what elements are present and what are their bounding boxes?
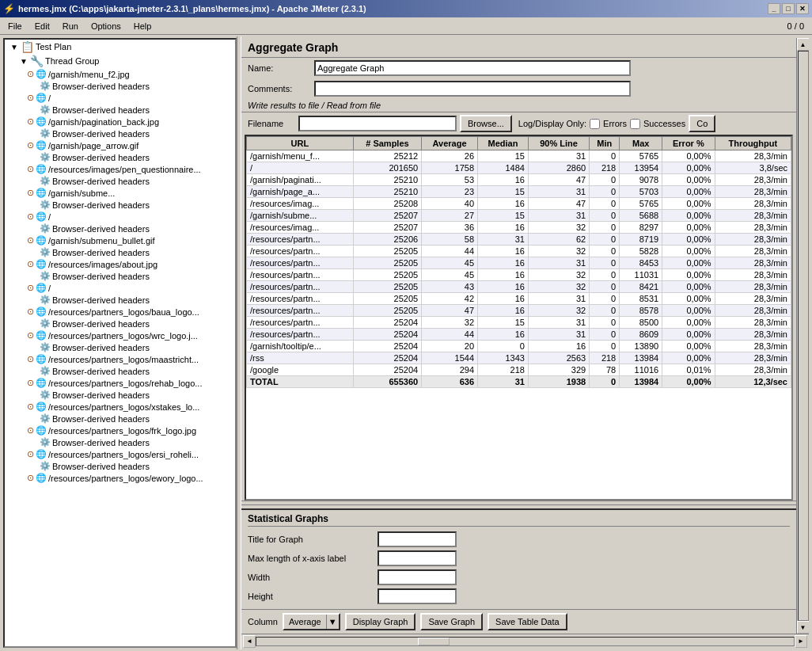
tree-item[interactable]: ⚙️ Browser-derived headers <box>5 294 235 306</box>
tree-item[interactable]: ⊙ 🌐 /garnish/menu_f2.jpg <box>5 68 235 80</box>
tree-item[interactable]: ⊙ 🌐 /resources/partners_logos/ewory_logo… <box>5 472 235 484</box>
tree-item[interactable]: ⚙️ Browser-derived headers <box>5 436 235 448</box>
tree-item[interactable]: ⊙ 🌐 / <box>5 211 235 223</box>
menu-options[interactable]: Options <box>85 20 127 32</box>
tree-item[interactable]: ⚙️ Browser-derived headers <box>5 175 235 187</box>
panel-title: Aggregate Graph <box>248 41 338 54</box>
max-length-input[interactable] <box>378 550 457 566</box>
maximize-button[interactable]: □ <box>782 3 795 14</box>
tree-item[interactable]: ⚙️ Browser-derived headers <box>5 223 235 234</box>
tree-item[interactable]: ⊙ 🌐 /resources/images/pen_questionnaire.… <box>5 163 235 175</box>
tree-item[interactable]: ⚙️ Browser-derived headers <box>5 460 235 472</box>
column-dropdown[interactable]: Average ▼ <box>283 613 340 630</box>
table-cell: 25205 <box>353 293 421 305</box>
table-cell: 1343 <box>478 352 529 364</box>
tree-item[interactable]: ⚙️ Browser-derived headers <box>5 80 235 92</box>
window-title: hermes.jmx (C:\apps\jakarta-jmeter-2.3.1… <box>18 4 366 13</box>
h-scroll-thumb[interactable] <box>418 638 450 645</box>
name-input[interactable] <box>314 60 631 76</box>
scroll-down-button[interactable]: ▼ <box>797 621 810 634</box>
tree-item[interactable]: ⊙ 🌐 /resources/partners_logos/maastricht… <box>5 353 235 365</box>
tree-container[interactable]: ▼ 📋 Test Plan ▼ 🔧 Thread Group ⊙ 🌐 /garn… <box>5 40 235 646</box>
table-cell: 31 <box>478 376 529 388</box>
table-cell: /google <box>247 364 354 376</box>
menu-edit[interactable]: Edit <box>28 20 56 32</box>
tree-item[interactable]: ⚙️ Browser-derived headers <box>5 341 235 353</box>
tree-item-test-plan[interactable]: ▼ 📋 Test Plan <box>5 40 235 54</box>
table-cell: 32 <box>528 246 589 257</box>
data-table-container[interactable]: URL # Samples Average Median 90% Line Mi… <box>245 135 793 501</box>
tree-item[interactable]: ⊙ 🌐 / <box>5 92 235 104</box>
table-cell: 5828 <box>620 246 662 257</box>
browse-button[interactable]: Browse... <box>460 115 512 132</box>
menu-file[interactable]: File <box>2 20 28 32</box>
scroll-left-button[interactable]: ◄ <box>243 635 256 648</box>
close-button[interactable]: ✕ <box>796 3 809 14</box>
table-cell: /garnish/menu_f... <box>247 150 354 162</box>
scroll-right-button[interactable]: ► <box>795 635 807 648</box>
config-button[interactable]: Co <box>689 115 715 132</box>
menu-run[interactable]: Run <box>56 20 85 32</box>
tree-item[interactable]: ⊙ 🌐 / <box>5 282 235 294</box>
table-cell: 0,00% <box>662 281 715 293</box>
table-cell: 0,00% <box>662 186 715 198</box>
tree-item[interactable]: ⚙️ Browser-derived headers <box>5 151 235 163</box>
table-cell: 28,3/min <box>715 293 791 305</box>
tree-item[interactable]: ⚙️ Browser-derived headers <box>5 365 235 377</box>
table-cell: 9078 <box>620 174 662 186</box>
display-graph-button[interactable]: Display Graph <box>345 613 416 630</box>
errors-checkbox[interactable] <box>590 119 600 129</box>
table-cell: 16 <box>528 341 589 352</box>
tree-label: / <box>48 93 51 103</box>
tree-item[interactable]: ⊙ 🌐 /garnish/submenu_bullet.gif <box>5 234 235 246</box>
tree-label: Thread Group <box>45 56 99 66</box>
tree-item[interactable]: ⊙ 🌐 /resources/partners_logos/wrc_logo.j… <box>5 329 235 341</box>
save-table-data-button[interactable]: Save Table Data <box>488 613 567 630</box>
filename-input[interactable] <box>298 116 457 131</box>
table-cell: 42 <box>422 293 478 305</box>
tree-item[interactable]: ⚙️ Browser-derived headers <box>5 128 235 139</box>
scroll-track[interactable] <box>798 51 809 621</box>
tree-item[interactable]: ⊙ 🌐 /garnish/page_arrow.gif <box>5 139 235 151</box>
tree-item[interactable]: ⚙️ Browser-derived headers <box>5 104 235 116</box>
table-cell: 0,00% <box>662 317 715 329</box>
table-cell: 28,3/min <box>715 352 791 364</box>
content-area: Aggregate Graph Name: Comments: Writ <box>241 38 796 634</box>
tree-item[interactable]: ⚙️ Browser-derived headers <box>5 270 235 282</box>
width-input[interactable] <box>378 569 457 585</box>
tree-item[interactable]: ⊙ 🌐 /garnish/subme... <box>5 187 235 199</box>
log-display-label: Log/Display Only: <box>518 119 586 128</box>
table-cell: 15 <box>478 150 529 162</box>
height-row: Height <box>248 587 790 606</box>
errors-label: Errors <box>603 119 627 128</box>
vertical-splitter[interactable] <box>241 501 796 505</box>
tree-item[interactable]: ⚙️ Browser-derived headers <box>5 199 235 211</box>
table-cell: 2563 <box>528 352 589 364</box>
tree-label: Browser-derived headers <box>52 390 150 400</box>
table-cell: 47 <box>528 174 589 186</box>
height-input[interactable] <box>378 588 457 604</box>
tree-item[interactable]: ⊙ 🌐 /resources/partners_logos/rehab_logo… <box>5 377 235 389</box>
tree-item[interactable]: ⊙ 🌐 /garnish/pagination_back.jpg <box>5 116 235 128</box>
tree-item[interactable]: ⚙️ Browser-derived headers <box>5 389 235 401</box>
tree-item[interactable]: ⊙ 🌐 /resources/partners_logos/xstakes_lo… <box>5 401 235 413</box>
tree-item[interactable]: ⚙️ Browser-derived headers <box>5 318 235 329</box>
h-scroll-track[interactable] <box>256 637 795 646</box>
title-for-graph-input[interactable] <box>378 531 457 547</box>
max-length-label: Max length of x-axis label <box>248 554 374 563</box>
table-cell: 1484 <box>478 162 529 174</box>
comments-input[interactable] <box>314 81 631 97</box>
minimize-button[interactable]: _ <box>768 3 780 14</box>
tree-item[interactable]: ⊙ 🌐 /resources/partners_logos/ersi_rohel… <box>5 448 235 460</box>
save-graph-button[interactable]: Save Graph <box>420 613 483 630</box>
tree-item[interactable]: ⚙️ Browser-derived headers <box>5 246 235 258</box>
menu-help[interactable]: Help <box>127 20 158 32</box>
tree-item-thread-group[interactable]: ▼ 🔧 Thread Group <box>5 54 235 68</box>
tree-item[interactable]: ⊙ 🌐 /resources/partners_logos/baua_logo.… <box>5 306 235 318</box>
tree-item[interactable]: ⚙️ Browser-derived headers <box>5 413 235 424</box>
successes-checkbox[interactable] <box>630 119 640 129</box>
tree-item[interactable]: ⊙ 🌐 /resources/images/about.jpg <box>5 258 235 270</box>
tree-item[interactable]: ⊙ 🌐 /resources/partners_logos/frk_logo.j… <box>5 424 235 436</box>
scroll-up-button[interactable]: ▲ <box>797 38 810 51</box>
table-cell: 1544 <box>422 352 478 364</box>
